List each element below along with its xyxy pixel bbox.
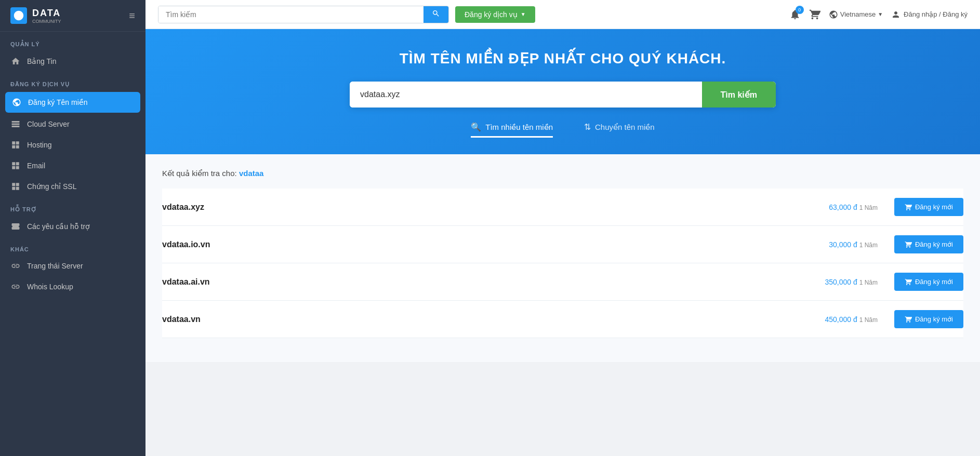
domain-price-0: 63,000 đ 1 Năm bbox=[829, 203, 878, 211]
domain-search-input[interactable] bbox=[350, 82, 702, 108]
logo-text-group: DATA COMMUNITY bbox=[32, 8, 61, 24]
domain-name-1: vdataa.io.vn bbox=[162, 240, 820, 249]
ticket-icon bbox=[10, 221, 21, 232]
domain-name-0: vdataa.xyz bbox=[162, 203, 820, 212]
server-icon bbox=[10, 119, 21, 129]
chevron-down-icon: ▼ bbox=[521, 11, 526, 17]
tab-transfer-label: Chuyển tên miền bbox=[595, 123, 655, 132]
tab-tim-nhieu-ten-mien[interactable]: 🔍 Tìm nhiều tên miền bbox=[471, 122, 553, 138]
sidebar-label-ten-mien: Đăng ký Tên miền bbox=[28, 98, 88, 106]
register-button-2[interactable]: Đăng ký mới bbox=[894, 273, 963, 291]
tab-chuyen-ten-mien[interactable]: ⇅ Chuyển tên miền bbox=[584, 122, 655, 138]
results-label-prefix: Kết quả kiểm tra cho: bbox=[162, 169, 239, 178]
sidebar-item-yeu-cau-ho-tro[interactable]: Các yêu cầu hỗ trợ bbox=[0, 216, 145, 237]
domain-row-3: vdataa.vn 450,000 đ 1 Năm Đăng ký mới bbox=[162, 301, 963, 338]
search-button[interactable] bbox=[423, 6, 448, 23]
sidebar-item-hosting[interactable]: Hosting bbox=[0, 135, 145, 155]
grid-icon-ssl bbox=[10, 181, 21, 192]
section-title-dangky: ĐĂNG KÝ DỊCH VỤ bbox=[0, 72, 145, 91]
tab-search-label: Tìm nhiều tên miền bbox=[485, 123, 553, 132]
auth-label: Đăng nhập / Đăng ký bbox=[904, 10, 968, 18]
sidebar-label-email: Email bbox=[27, 162, 45, 170]
hero-section: TÌM TÊN MIỀN ĐẸP NHẤT CHO QUÝ KHÁCH. Tìm… bbox=[145, 29, 980, 154]
svg-rect-2 bbox=[12, 126, 20, 127]
section-title-hotro: HỖ TRỢ bbox=[0, 197, 145, 216]
lang-chevron-icon: ▼ bbox=[878, 11, 883, 17]
domain-price-2: 350,000 đ 1 Năm bbox=[825, 278, 878, 286]
sidebar-item-email[interactable]: Email bbox=[0, 155, 145, 176]
sidebar-label-ho-tro: Các yêu cầu hỗ trợ bbox=[27, 222, 90, 231]
hamburger-icon[interactable]: ≡ bbox=[129, 10, 135, 22]
grid-icon-email bbox=[10, 160, 21, 171]
home-icon bbox=[10, 56, 21, 66]
sidebar-label-bang-tin: Bảng Tin bbox=[27, 57, 56, 65]
search-tab-icon: 🔍 bbox=[471, 122, 481, 132]
sidebar-label-hosting: Hosting bbox=[27, 141, 51, 149]
register-service-button[interactable]: Đăng ký dịch vụ ▼ bbox=[455, 6, 535, 23]
section-title-quanly: QUẢN LÝ bbox=[0, 32, 145, 51]
logo-icon bbox=[10, 7, 27, 24]
link-icon-server bbox=[10, 261, 21, 271]
globe-icon bbox=[11, 97, 22, 108]
svg-rect-1 bbox=[12, 124, 20, 125]
link-icon-whois bbox=[10, 281, 21, 292]
language-button[interactable]: Vietnamese ▼ bbox=[829, 10, 883, 19]
hero-tabs: 🔍 Tìm nhiều tên miền ⇅ Chuyển tên miền bbox=[156, 122, 970, 138]
section-title-khac: KHÁC bbox=[0, 237, 145, 256]
auth-button[interactable]: Đăng nhập / Đăng ký bbox=[891, 10, 968, 19]
domain-period-1: 1 Năm bbox=[859, 242, 878, 249]
domain-price-1: 30,000 đ 1 Năm bbox=[829, 240, 878, 249]
sidebar-item-cloud-server[interactable]: Cloud Server bbox=[0, 114, 145, 135]
domain-price-3: 450,000 đ 1 Năm bbox=[825, 315, 878, 324]
results-area: Kết quả kiểm tra cho: vdataa vdataa.xyz … bbox=[145, 154, 980, 362]
domain-search-button[interactable]: Tìm kiếm bbox=[702, 82, 776, 108]
hero-search[interactable]: Tìm kiếm bbox=[350, 82, 776, 108]
register-button-3[interactable]: Đăng ký mới bbox=[894, 310, 963, 328]
notification-badge: 0 bbox=[796, 6, 804, 14]
register-button-0[interactable]: Đăng ký mới bbox=[894, 198, 963, 216]
sidebar-logo: DATA COMMUNITY ≡ bbox=[0, 0, 145, 32]
domain-name-3: vdataa.vn bbox=[162, 315, 816, 324]
svg-rect-0 bbox=[12, 121, 20, 123]
results-label: Kết quả kiểm tra cho: vdataa bbox=[162, 169, 963, 178]
domain-period-0: 1 Năm bbox=[859, 204, 878, 211]
sidebar: DATA COMMUNITY ≡ QUẢN LÝ Bảng Tin ĐĂNG K… bbox=[0, 0, 145, 456]
topnav-search[interactable] bbox=[158, 6, 449, 23]
sidebar-label-cloud-server: Cloud Server bbox=[27, 120, 70, 128]
cart-button[interactable] bbox=[809, 9, 820, 20]
sidebar-item-dang-ky-ten-mien[interactable]: Đăng ký Tên miền bbox=[5, 92, 140, 113]
sidebar-label-whois: Whois Lookup bbox=[27, 283, 73, 291]
logo-sub: COMMUNITY bbox=[32, 19, 61, 24]
register-button-1[interactable]: Đăng ký mới bbox=[894, 235, 963, 253]
sidebar-item-bang-tin[interactable]: Bảng Tin bbox=[0, 51, 145, 72]
sidebar-item-ssl[interactable]: Chứng chỉ SSL bbox=[0, 176, 145, 197]
topnav-icons: 0 Vietnamese ▼ Đăng nhập / Đăng ký bbox=[789, 9, 968, 20]
main-area: Đăng ký dịch vụ ▼ 0 Vietnamese ▼ Đăng nh… bbox=[145, 0, 980, 456]
domain-period-3: 1 Năm bbox=[859, 316, 878, 324]
sidebar-item-trang-thai-server[interactable]: Trang thái Server bbox=[0, 256, 145, 276]
search-input[interactable] bbox=[158, 6, 423, 23]
domain-row-1: vdataa.io.vn 30,000 đ 1 Năm Đăng ký mới bbox=[162, 226, 963, 263]
language-label: Vietnamese bbox=[840, 10, 876, 18]
topnav: Đăng ký dịch vụ ▼ 0 Vietnamese ▼ Đăng nh… bbox=[145, 0, 980, 29]
grid-icon-hosting bbox=[10, 140, 21, 150]
domain-period-2: 1 Năm bbox=[859, 279, 878, 286]
hero-title: TÌM TÊN MIỀN ĐẸP NHẤT CHO QUÝ KHÁCH. bbox=[156, 50, 970, 67]
notifications-button[interactable]: 0 bbox=[789, 9, 801, 20]
sidebar-item-whois[interactable]: Whois Lookup bbox=[0, 276, 145, 297]
logo-text: DATA bbox=[32, 8, 61, 19]
register-service-label: Đăng ký dịch vụ bbox=[465, 10, 518, 19]
domain-row-2: vdataa.ai.vn 350,000 đ 1 Năm Đăng ký mới bbox=[162, 263, 963, 301]
transfer-tab-icon: ⇅ bbox=[584, 122, 591, 132]
sidebar-label-ssl: Chứng chỉ SSL bbox=[27, 182, 77, 191]
domain-name-2: vdataa.ai.vn bbox=[162, 277, 816, 287]
domain-row-0: vdataa.xyz 63,000 đ 1 Năm Đăng ký mới bbox=[162, 189, 963, 226]
results-search-term[interactable]: vdataa bbox=[239, 169, 264, 178]
sidebar-label-trang-thai: Trang thái Server bbox=[27, 262, 83, 270]
content-area: TÌM TÊN MIỀN ĐẸP NHẤT CHO QUÝ KHÁCH. Tìm… bbox=[145, 29, 980, 456]
